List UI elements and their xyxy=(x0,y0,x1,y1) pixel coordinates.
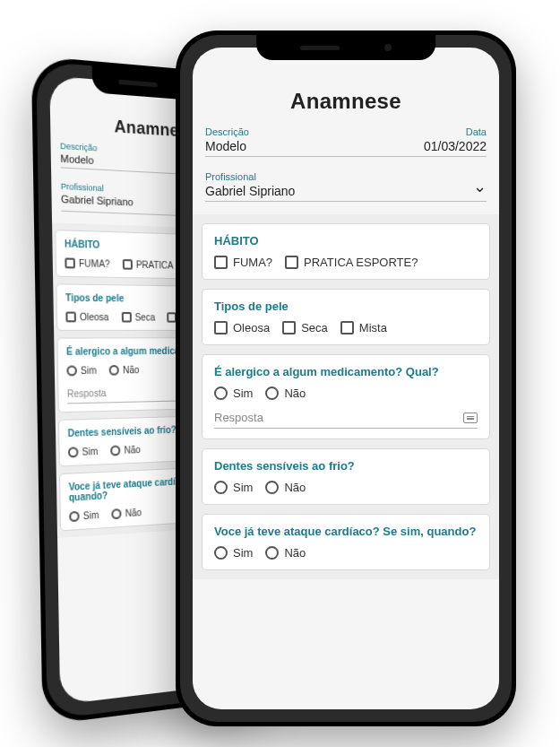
profissional-label: Profissional xyxy=(205,171,295,182)
checkbox-esporte[interactable]: PRATICA ESPORTE? xyxy=(285,256,418,269)
radio-cardiaco-nao[interactable]: Não xyxy=(265,546,306,560)
checkbox-oleosa[interactable]: Oleosa xyxy=(65,312,108,323)
section-title-cardiaco: Voce já teve ataque cardíaco? Se sim, qu… xyxy=(214,525,478,538)
meta-row: Descrição Modelo Data 01/03/2022 xyxy=(205,126,487,157)
checkbox-icon xyxy=(214,321,228,334)
radio-alergico-nao[interactable]: Não xyxy=(265,387,306,400)
radio-icon xyxy=(214,387,228,400)
checkbox-oleosa[interactable]: Oleosa xyxy=(214,321,270,334)
resposta-input[interactable]: Resposta xyxy=(214,411,478,429)
profissional-dropdown[interactable]: Profissional Gabriel Sipriano ⌄ xyxy=(205,164,487,202)
radio-icon xyxy=(265,387,279,400)
section-cardiaco: Voce já teve ataque cardíaco? Se sim, qu… xyxy=(202,514,490,570)
profissional-value: Gabriel Sipriano xyxy=(205,182,295,198)
radio-icon xyxy=(265,481,279,494)
radio-dentes-nao[interactable]: Não xyxy=(110,445,141,456)
radio-icon xyxy=(214,481,228,494)
section-alergico: É alergico a algum medicamento? Qual? Si… xyxy=(202,354,490,439)
checkbox-icon xyxy=(285,256,298,269)
radio-dentes-sim[interactable]: Sim xyxy=(214,481,253,494)
radio-alergico-nao[interactable]: Não xyxy=(109,365,140,376)
screen-front: Anamnese Descrição Modelo Data 01/03/202… xyxy=(193,48,499,709)
section-title-alergico: É alergico a algum medicamento? Qual? xyxy=(214,365,478,378)
radio-icon xyxy=(214,546,228,560)
chevron-down-icon: ⌄ xyxy=(473,177,487,198)
section-title-habito: HÁBITO xyxy=(214,234,478,248)
profissional-value: Gabriel Sipriano xyxy=(61,191,134,207)
checkbox-icon xyxy=(214,256,228,269)
questionnaire: HÁBITO FUMA? PRATICA ESPORTE? Tipos de p… xyxy=(193,214,499,579)
radio-alergico-sim[interactable]: Sim xyxy=(214,387,253,400)
radio-dentes-nao[interactable]: Não xyxy=(265,481,306,494)
page-title: Anamnese xyxy=(205,56,487,126)
checkbox-fuma[interactable]: FUMA? xyxy=(214,256,272,269)
radio-icon xyxy=(265,546,279,560)
resposta-placeholder: Resposta xyxy=(214,411,263,424)
checkbox-icon xyxy=(340,321,354,334)
checkbox-fuma[interactable]: FUMA? xyxy=(65,257,109,269)
radio-dentes-sim[interactable]: Sim xyxy=(68,446,98,457)
section-pele: Tipos de pele Oleosa Seca Mista xyxy=(202,289,490,345)
section-dentes: Dentes sensíveis ao frio? Sim Não xyxy=(202,448,490,505)
data-value[interactable]: 01/03/2022 xyxy=(424,137,487,153)
section-title-pele: Tipos de pele xyxy=(214,300,478,313)
notch xyxy=(256,35,435,60)
descricao-label: Descrição xyxy=(205,126,409,137)
descricao-value[interactable]: Modelo xyxy=(205,137,409,153)
form-icon xyxy=(463,413,478,423)
section-habito: HÁBITO FUMA? PRATICA ESPORTE? xyxy=(202,223,490,280)
phone-frame-front: Anamnese Descrição Modelo Data 01/03/202… xyxy=(176,30,516,726)
section-title-dentes: Dentes sensíveis ao frio? xyxy=(214,459,478,473)
checkbox-seca[interactable]: Seca xyxy=(121,312,155,323)
checkbox-seca[interactable]: Seca xyxy=(282,321,328,334)
checkbox-mista[interactable]: Mista xyxy=(340,321,387,334)
data-label: Data xyxy=(424,126,487,137)
radio-alergico-sim[interactable]: Sim xyxy=(66,365,96,376)
radio-cardiaco-sim[interactable]: Sim xyxy=(214,546,253,560)
checkbox-icon xyxy=(282,321,296,334)
radio-cardiaco-nao[interactable]: Não xyxy=(112,508,142,520)
radio-cardiaco-sim[interactable]: Sim xyxy=(69,509,99,522)
